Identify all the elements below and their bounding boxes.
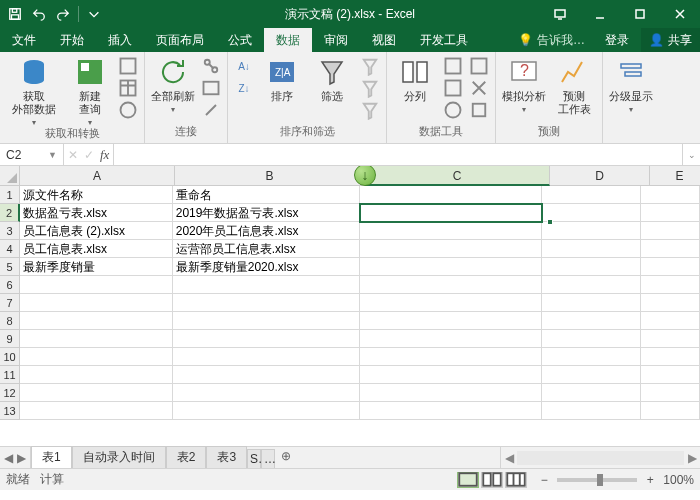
cell-B4[interactable]: 运营部员工信息表.xlsx [173,240,360,258]
outline-button[interactable]: 分级显示▾ [609,56,653,115]
cell-D2[interactable] [542,204,641,222]
page-layout-view-button[interactable] [481,472,503,488]
manage-model-icon[interactable] [469,100,489,120]
zoom-in-button[interactable]: + [643,473,657,487]
sort-za-icon[interactable]: Z↓ [234,78,254,98]
col-header-D[interactable]: D [550,166,650,186]
flash-fill-icon[interactable] [443,56,463,76]
cell-E1[interactable] [641,186,700,204]
worksheet-grid[interactable]: ABCDE↓ 12345678910111213 源文件名称重命名数据盈亏表.x… [0,166,700,446]
expand-formula-bar[interactable]: ⌄ [682,144,700,165]
scroll-right-icon[interactable]: ▶ [684,451,700,465]
sheet-nav-prev-icon[interactable]: ◀ [4,451,13,465]
cell-D5[interactable] [542,258,641,276]
row-header-2[interactable]: 2 [0,204,20,222]
cell-C8[interactable] [360,312,542,330]
login-button[interactable]: 登录 [593,28,641,52]
scroll-track[interactable] [517,451,684,465]
normal-view-button[interactable] [457,472,479,488]
cell-A11[interactable] [20,366,173,384]
row-header-12[interactable]: 12 [0,384,20,402]
zoom-slider[interactable] [557,478,637,482]
zoom-level[interactable]: 100% [663,473,694,487]
col-header-B[interactable]: B [175,166,365,186]
reapply-icon[interactable] [360,78,380,98]
col-header-E[interactable]: E [650,166,700,186]
cell-A7[interactable] [20,294,173,312]
tab-view[interactable]: 视图 [360,28,408,52]
cell-A5[interactable]: 最新季度销量 [20,258,173,276]
col-header-C[interactable]: C [365,166,550,186]
cell-A9[interactable] [20,330,173,348]
select-all-cell[interactable] [0,166,20,186]
row-header-6[interactable]: 6 [0,276,20,294]
row-header-3[interactable]: 3 [0,222,20,240]
cell-E4[interactable] [641,240,700,258]
from-table-icon[interactable] [118,78,138,98]
col-header-A[interactable]: A [20,166,175,186]
filter-button[interactable]: 筛选 [310,56,354,103]
name-box[interactable]: C2▼ [0,144,64,165]
cell-B9[interactable] [173,330,360,348]
tell-me[interactable]: 💡告诉我… [510,28,593,52]
cell-A6[interactable] [20,276,173,294]
cells-area[interactable]: 源文件名称重命名数据盈亏表.xlsx2019年数据盈亏表.xlsx员工信息表 (… [20,186,700,420]
consolidate-icon[interactable] [469,56,489,76]
formula-input[interactable] [114,144,682,165]
cell-B3[interactable]: 2020年员工信息表.xlsx [173,222,360,240]
cell-A2[interactable]: 数据盈亏表.xlsx [20,204,173,222]
zoom-out-button[interactable]: − [537,473,551,487]
cell-B6[interactable] [173,276,360,294]
tab-insert[interactable]: 插入 [96,28,144,52]
cell-C4[interactable] [360,240,542,258]
column-resize-cursor[interactable]: ↓ [354,166,376,186]
cell-A4[interactable]: 员工信息表.xlsx [20,240,173,258]
cell-B2[interactable]: 2019年数据盈亏表.xlsx [173,204,360,222]
cell-C12[interactable] [360,384,542,402]
what-if-button[interactable]: ? 模拟分析▾ [502,56,546,115]
tab-formulas[interactable]: 公式 [216,28,264,52]
cell-C6[interactable] [360,276,542,294]
save-icon[interactable] [4,3,26,25]
properties-icon[interactable] [201,78,221,98]
sheet-tab-2[interactable]: 表2 [166,446,207,468]
edit-links-icon[interactable] [201,100,221,120]
cell-D6[interactable] [542,276,641,294]
cell-D12[interactable] [542,384,641,402]
show-queries-icon[interactable] [118,56,138,76]
cell-E10[interactable] [641,348,700,366]
row-header-7[interactable]: 7 [0,294,20,312]
cell-D7[interactable] [542,294,641,312]
cell-B13[interactable] [173,402,360,420]
cell-C3[interactable] [360,222,542,240]
row-header-13[interactable]: 13 [0,402,20,420]
cell-E3[interactable] [641,222,700,240]
sheet-tab-1[interactable]: 自动录入时间 [72,446,166,468]
cell-B5[interactable]: 最新季度销量2020.xlsx [173,258,360,276]
cell-B12[interactable] [173,384,360,402]
cell-D8[interactable] [542,312,641,330]
new-sheet-button[interactable]: ⊕ [275,447,297,468]
cancel-formula-icon[interactable]: ✕ [68,148,78,162]
forecast-sheet-button[interactable]: 预测 工作表 [552,56,596,116]
close-button[interactable] [660,0,700,28]
cell-A12[interactable] [20,384,173,402]
cell-D10[interactable] [542,348,641,366]
cell-B10[interactable] [173,348,360,366]
connections-icon[interactable] [201,56,221,76]
cell-B8[interactable] [173,312,360,330]
tab-home[interactable]: 开始 [48,28,96,52]
tab-data[interactable]: 数据 [264,28,312,52]
row-header-9[interactable]: 9 [0,330,20,348]
sort-az-icon[interactable]: A↓ [234,56,254,76]
recent-sources-icon[interactable] [118,100,138,120]
tab-file[interactable]: 文件 [0,28,48,52]
cell-C7[interactable] [360,294,542,312]
cell-B11[interactable] [173,366,360,384]
cell-E9[interactable] [641,330,700,348]
sheet-tab-more[interactable]: S… [247,449,261,468]
cell-C11[interactable] [360,366,542,384]
tab-developer[interactable]: 开发工具 [408,28,480,52]
zoom-thumb[interactable] [597,474,603,486]
cell-A1[interactable]: 源文件名称 [20,186,173,204]
